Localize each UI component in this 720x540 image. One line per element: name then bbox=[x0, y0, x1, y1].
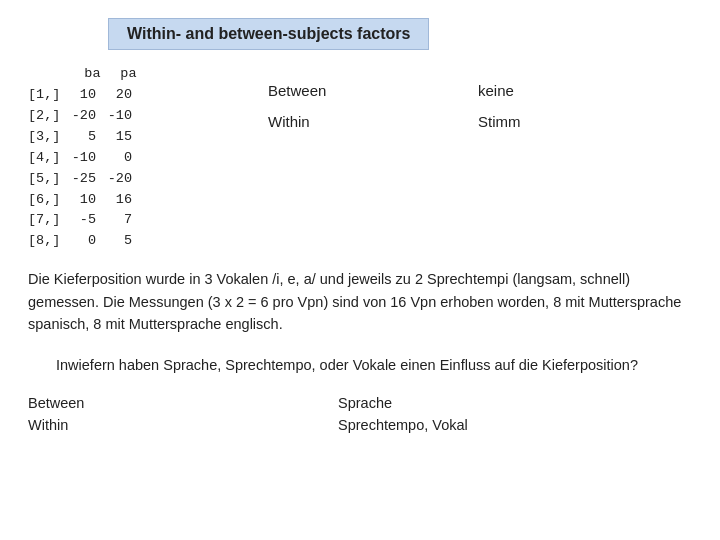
table-title: Within- and between-subjects factors bbox=[108, 18, 429, 50]
row-label: [2,] bbox=[28, 106, 64, 127]
bottom-between-row: Between Sprache bbox=[28, 395, 692, 411]
row-pa: 20 bbox=[102, 85, 132, 106]
row-ba: 0 bbox=[64, 231, 102, 252]
row-ba: -5 bbox=[64, 210, 102, 231]
table-row: [2,]-20-10 bbox=[28, 106, 178, 127]
row-label: [8,] bbox=[28, 231, 64, 252]
row-label: [7,] bbox=[28, 210, 64, 231]
col-pa-header: pa bbox=[107, 64, 137, 85]
question-block: Inwiefern haben Sprache, Sprechtempo, od… bbox=[56, 354, 692, 377]
row-label: [5,] bbox=[28, 169, 64, 190]
bottom-section: Between Sprache Within Sprechtempo, Voka… bbox=[28, 395, 692, 433]
row-pa: 5 bbox=[102, 231, 132, 252]
bottom-within-label: Within bbox=[28, 417, 338, 433]
data-table: ba pa [1,]1020[2,]-20-10[3,]515[4,]-100[… bbox=[28, 64, 178, 252]
within-row: Within Stimm bbox=[268, 113, 521, 130]
between-label: Between bbox=[268, 82, 358, 99]
within-value: Stimm bbox=[478, 113, 521, 130]
bottom-between-value: Sprache bbox=[338, 395, 392, 411]
table-row: [5,]-25-20 bbox=[28, 169, 178, 190]
row-label: [3,] bbox=[28, 127, 64, 148]
table-row: [8,]05 bbox=[28, 231, 178, 252]
bottom-between-label: Between bbox=[28, 395, 338, 411]
row-ba: 10 bbox=[64, 85, 102, 106]
row-ba: -25 bbox=[64, 169, 102, 190]
row-label: [6,] bbox=[28, 190, 64, 211]
table-row: [7,]-57 bbox=[28, 210, 178, 231]
row-ba: 5 bbox=[64, 127, 102, 148]
table-header-row: ba pa bbox=[28, 64, 178, 85]
between-value: keine bbox=[478, 82, 514, 99]
between-row: Between keine bbox=[268, 82, 521, 99]
col-label-header bbox=[28, 64, 69, 85]
table-row: [6,]1016 bbox=[28, 190, 178, 211]
table-row: [3,]515 bbox=[28, 127, 178, 148]
table-row: [4,]-100 bbox=[28, 148, 178, 169]
bottom-within-value: Sprechtempo, Vokal bbox=[338, 417, 468, 433]
paragraph-text: Die Kieferposition wurde in 3 Vokalen /i… bbox=[28, 268, 692, 335]
top-section: ba pa [1,]1020[2,]-20-10[3,]515[4,]-100[… bbox=[28, 64, 692, 252]
row-ba: 10 bbox=[64, 190, 102, 211]
row-pa: 16 bbox=[102, 190, 132, 211]
row-pa: 7 bbox=[102, 210, 132, 231]
row-label: [4,] bbox=[28, 148, 64, 169]
row-pa: -20 bbox=[102, 169, 132, 190]
row-ba: -20 bbox=[64, 106, 102, 127]
within-label: Within bbox=[268, 113, 358, 130]
row-label: [1,] bbox=[28, 85, 64, 106]
bw-section: Between keine Within Stimm bbox=[268, 82, 521, 130]
row-pa: 0 bbox=[102, 148, 132, 169]
row-pa: -10 bbox=[102, 106, 132, 127]
table-row: [1,]1020 bbox=[28, 85, 178, 106]
row-pa: 15 bbox=[102, 127, 132, 148]
bottom-within-row: Within Sprechtempo, Vokal bbox=[28, 417, 692, 433]
row-ba: -10 bbox=[64, 148, 102, 169]
col-ba-header: ba bbox=[69, 64, 107, 85]
